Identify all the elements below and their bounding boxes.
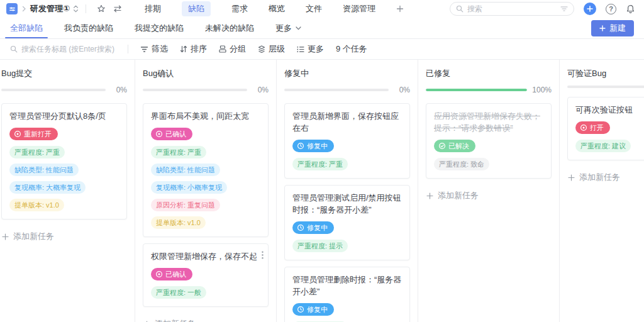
task-search-input[interactable] — [21, 45, 116, 53]
card-menu-icon[interactable] — [262, 251, 264, 259]
group-button[interactable]: 分组 — [219, 43, 246, 55]
tag: 原因分析: 重复问题 — [151, 199, 220, 211]
status-badge[interactable]: 已解决 — [434, 140, 475, 152]
clock-icon — [297, 306, 304, 313]
task-card[interactable]: 管理员管理测试启用/禁用按钮时报：“服务器开小差”修复中严重程度: 提示 — [284, 185, 410, 260]
tag: 缺陷类型: 性能问题 — [151, 164, 220, 176]
task-search[interactable] — [10, 45, 116, 53]
column-progress: 0% — [1, 86, 127, 94]
status-badge-label: 已解决 — [448, 142, 469, 151]
column-progress: 100% — [426, 86, 552, 94]
task-card[interactable]: 界面布局不美观，间距太宽已确认严重程度: 严重缺陷类型: 性能问题复现概率: 小… — [143, 103, 269, 237]
switch-view-icon[interactable] — [113, 5, 122, 13]
view-my-submitted-bugs[interactable]: 我提交的缺陷 — [135, 18, 184, 38]
task-card[interactable]: 管理员管理分页默认8条/页重新打开严重程度: 严重缺陷类型: 性能问题复现概率:… — [1, 103, 127, 219]
task-card[interactable]: 权限管理新增保存，保存不起已确认严重程度: 一般 — [143, 243, 269, 307]
tag: 严重程度: 严重 — [151, 146, 206, 158]
add-task-button[interactable]: 添加新任务 — [0, 226, 135, 242]
column-header: 可验证Bug — [560, 60, 644, 93]
global-create-button[interactable] — [584, 3, 596, 15]
status-badge[interactable]: 修复中 — [292, 140, 334, 152]
tab-gailan[interactable]: 概览 — [269, 1, 285, 16]
add-task-label: 添加新任务 — [579, 172, 620, 183]
plus-icon — [568, 174, 575, 181]
global-search-input[interactable] — [467, 4, 557, 13]
new-task-label: 新建 — [609, 23, 626, 34]
filter-button[interactable]: 筛选 — [140, 43, 168, 55]
project-switcher-icon[interactable] — [73, 5, 79, 13]
task-card[interactable]: 应用资源管理新增保存失败；提示：“请求参数错误”已解决严重程度: 致命 — [426, 103, 552, 179]
task-card[interactable]: 管理员新增界面，保存按钮应在右修复中严重程度: 严重 — [284, 103, 410, 179]
tab-paiqi[interactable]: 排期 — [145, 1, 161, 16]
add-task-button[interactable]: 添加新任务 — [560, 167, 644, 183]
tab-wenjian[interactable]: 文件 — [306, 1, 322, 16]
status-badge[interactable]: 修复中 — [292, 303, 334, 316]
app-icon[interactable] — [6, 3, 18, 14]
add-task-button[interactable]: 添加新任务 — [135, 313, 276, 322]
column-cards: 界面布局不美观，间距太宽已确认严重程度: 严重缺陷类型: 性能问题复现概率: 小… — [135, 99, 276, 307]
column-cards: 管理员管理分页默认8条/页重新打开严重程度: 严重缺陷类型: 性能问题复现概率:… — [0, 99, 135, 219]
divider — [128, 45, 128, 53]
column-header: 修复中0% — [277, 60, 418, 99]
task-card[interactable]: 可再次验证按钮打开严重程度: 建议 — [567, 97, 644, 160]
star-icon[interactable] — [97, 4, 106, 13]
task-card[interactable]: 管理员管理删除时报：“服务器开小差”修复中严重程度: 严重 — [284, 267, 410, 322]
kanban-column: 已修复100%应用资源管理新增保存失败；提示：“请求参数错误”已解决严重程度: … — [418, 60, 560, 322]
column-header: Bug确认0% — [135, 60, 276, 99]
chevron-down-icon — [296, 26, 301, 30]
hierarchy-label: 层级 — [269, 43, 285, 55]
group-label: 分组 — [230, 43, 246, 55]
clock-icon — [297, 224, 304, 231]
tab-ziyuanguanli[interactable]: 资源管理 — [343, 1, 375, 16]
breadcrumb-chevron-icon — [21, 6, 26, 12]
add-module-icon[interactable] — [396, 5, 404, 13]
column-cards: 应用资源管理新增保存失败；提示：“请求参数错误”已解决严重程度: 致命 — [418, 99, 559, 179]
card-title: 管理员新增界面，保存按钮应在右 — [292, 110, 402, 134]
view-my-responsible-bugs[interactable]: 我负责的缺陷 — [64, 18, 113, 38]
kanban-column: Bug确认0%界面布局不美观，间距太宽已确认严重程度: 严重缺陷类型: 性能问题… — [135, 60, 277, 322]
tag: 严重程度: 严重 — [292, 158, 348, 170]
card-tags: 严重程度: 严重缺陷类型: 性能问题复现概率: 大概率复现提单版本: v1.0 — [9, 146, 119, 211]
column-title: Bug提交 — [1, 68, 127, 79]
status-badge[interactable]: 修复中 — [292, 221, 334, 234]
card-title: 应用资源管理新增保存失败；提示：“请求参数错误” — [434, 110, 543, 134]
global-search[interactable] — [450, 2, 574, 16]
card-tags: 严重程度: 严重缺陷类型: 性能问题复现概率: 小概率复现原因分析: 重复问题提… — [151, 146, 260, 229]
column-header: 已修复100% — [418, 60, 559, 99]
notification-bell-icon[interactable] — [626, 4, 635, 14]
project-title[interactable]: 研发管理① — [30, 3, 70, 14]
kanban-column: 可验证Bug可再次验证按钮打开严重程度: 建议添加新任务 — [560, 60, 644, 322]
status-badge[interactable]: 已确认 — [151, 268, 192, 280]
column-progress-label: 0% — [252, 86, 269, 94]
card-title: 管理员管理测试启用/禁用按钮时报：“服务器开小差” — [292, 192, 402, 216]
view-all-bugs[interactable]: 全部缺陷 — [10, 18, 43, 38]
plus-icon — [599, 25, 606, 31]
tag: 严重程度: 致命 — [434, 158, 489, 170]
status-badge[interactable]: 已确认 — [151, 128, 192, 140]
add-task-button[interactable]: 添加新任务 — [418, 185, 559, 201]
module-tabs: 排期 缺陷 需求 概览 文件 资源管理 — [145, 1, 404, 16]
status-badge-label: 修复中 — [307, 305, 328, 314]
status-badge-label: 已确认 — [165, 270, 186, 279]
status-badge[interactable]: 打开 — [575, 121, 610, 134]
tab-xuqiu[interactable]: 需求 — [231, 1, 248, 16]
tab-quexian[interactable]: 缺陷 — [182, 1, 211, 16]
add-task-label: 添加新任务 — [155, 318, 196, 322]
circle-dot-icon — [155, 270, 163, 278]
new-task-button[interactable]: 新建 — [591, 20, 634, 36]
hierarchy-button[interactable]: 层级 — [258, 43, 285, 55]
more-button[interactable]: 更多 — [297, 43, 324, 55]
column-progress: 0% — [143, 86, 269, 94]
status-badge[interactable]: 重新打开 — [9, 128, 58, 140]
sort-button[interactable]: 排序 — [180, 43, 207, 55]
more-list-icon — [297, 46, 304, 53]
help-icon[interactable]: ? — [606, 4, 616, 14]
view-more-dropdown[interactable]: 更多 — [275, 18, 301, 38]
card-tags: 严重程度: 提示 — [292, 240, 402, 252]
card-title: 可再次验证按钮 — [575, 104, 644, 116]
task-count: 9 个任务 — [336, 43, 367, 55]
card-tags: 严重程度: 致命 — [434, 158, 543, 170]
divider — [86, 4, 86, 13]
view-unresolved-bugs[interactable]: 未解决的缺陷 — [205, 18, 254, 38]
status-badge-label: 已确认 — [165, 130, 186, 139]
